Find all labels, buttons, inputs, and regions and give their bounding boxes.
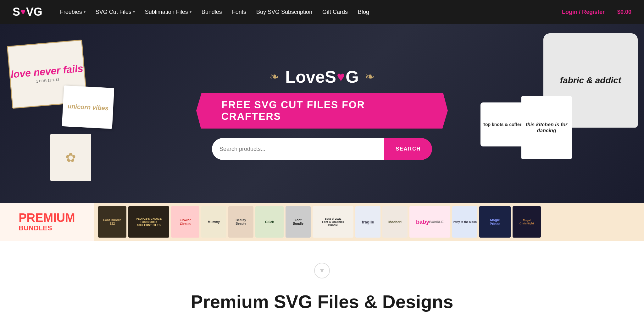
brand-heart-icon: ♥ — [337, 69, 345, 85]
scroll-down-icon: ▼ — [319, 267, 325, 274]
nav-bundles[interactable]: Bundles — [202, 9, 222, 15]
hero-search-row: SEARCH — [212, 138, 432, 160]
premium-bundles-label[interactable]: PREMIUM BUNDLES — [0, 203, 94, 241]
tshirt-text: fabric & addict — [560, 76, 621, 85]
hero-floral-card: ✿ — [50, 134, 91, 181]
logo-s: S — [13, 5, 20, 19]
bundles-text: BUNDLES — [19, 224, 75, 232]
scroll-indicator: ▼ — [314, 263, 330, 278]
bundle-thumb[interactable]: Best of 2022Font & GraphicsBundle — [313, 206, 353, 238]
nav-gift-cards[interactable]: Gift Cards — [322, 9, 348, 15]
mug-text: Top knots & coffee — [483, 122, 522, 127]
nav-buy-subscription[interactable]: Buy SVG Subscription — [256, 9, 312, 15]
bundle-thumb[interactable]: Mummy — [201, 206, 226, 238]
bundle-thumb[interactable]: FlowerCircus — [171, 206, 199, 238]
hero-clipboard: this kitchen is for dancing — [521, 96, 572, 159]
site-logo[interactable]: S ♥ VG — [13, 5, 42, 19]
hero-banner: FREE SVG CUT FILES FOR CRAFTERS — [196, 93, 448, 129]
ornament-left-icon: ❧ — [269, 70, 279, 83]
bundle-thumb[interactable]: Font Bundle$22 — [98, 206, 126, 238]
bundle-thumb[interactable]: BeautyBeauty — [228, 206, 253, 238]
main-title: Premium SVG Files & Designs — [191, 291, 453, 312]
nav-blog[interactable]: Blog — [358, 9, 369, 15]
hero-unicorn-card: unicorn vibes — [62, 85, 114, 129]
clipboard-text: this kitchen is for dancing — [521, 122, 572, 134]
unicorn-vibes-text: unicorn vibes — [67, 102, 108, 112]
nav-sublimation-files[interactable]: Sublimation Files ▾ — [145, 9, 192, 15]
bundle-thumb[interactable]: PEOPLE'S CHOICEFont Bundle180+ FONT FILE… — [128, 206, 169, 238]
hero-logo-row: ❧ LoveS ♥ G ❧ — [269, 67, 375, 86]
nav-login-register[interactable]: Login / Register — [562, 9, 605, 15]
search-button[interactable]: SEARCH — [384, 138, 432, 160]
nav-svg-cut-files[interactable]: SVG Cut Files ▾ — [96, 9, 135, 15]
chevron-down-icon: ▾ — [84, 10, 86, 14]
nav-cart[interactable]: $0.00 — [617, 9, 631, 15]
bundle-thumb[interactable]: Mocheri — [382, 206, 408, 238]
premium-text: PREMIUM — [19, 212, 75, 225]
chevron-down-icon: ▾ — [133, 10, 135, 14]
brand-love-svg-1: LoveS — [285, 67, 336, 86]
bundle-thumb[interactable]: fragile — [355, 206, 380, 238]
bundle-thumb[interactable]: babyBUNDLE — [409, 206, 450, 238]
bundle-thumb[interactable]: RoyalChrisNight — [513, 206, 541, 238]
hero-mug: Top knots & coffee — [480, 102, 525, 146]
bundle-thumb[interactable]: MagicPrince — [479, 206, 511, 238]
chevron-down-icon: ▾ — [190, 10, 192, 14]
bundle-thumb[interactable]: Party to the Moon — [452, 206, 477, 238]
navigation: S ♥ VG Freebies ▾ SVG Cut Files ▾ Sublim… — [0, 0, 644, 24]
bundles-strip: PREMIUM BUNDLES Font Bundle$22 PEOPLE'S … — [0, 203, 644, 241]
bundle-thumb[interactable]: FontBundle — [286, 206, 311, 238]
ornament-right-icon: ❧ — [365, 70, 375, 83]
hero-brand-text: LoveS ♥ G — [285, 67, 359, 86]
brand-love-svg-2: G — [346, 67, 359, 86]
hero-banner-text: FREE SVG CUT FILES FOR CRAFTERS — [221, 99, 423, 122]
logo-heart-icon: ♥ — [20, 7, 26, 17]
bundles-thumbnails: Font Bundle$22 PEOPLE'S CHOICEFont Bundl… — [94, 203, 644, 241]
hero-section: love never fails 1 COR 13:1-13 unicorn v… — [0, 24, 644, 203]
nav-freebies[interactable]: Freebies ▾ — [60, 9, 86, 15]
main-section: ▼ Premium SVG Files & Designs Are you lo… — [0, 241, 644, 319]
floral-icon: ✿ — [65, 150, 76, 165]
nav-fonts[interactable]: Fonts — [232, 9, 246, 15]
search-input[interactable] — [212, 138, 384, 160]
logo-g: VG — [26, 5, 42, 19]
bundle-thumb[interactable]: Glück — [255, 206, 284, 238]
hero-center-content: ❧ LoveS ♥ G ❧ FREE SVG CUT FILES FOR CRA… — [196, 67, 448, 160]
